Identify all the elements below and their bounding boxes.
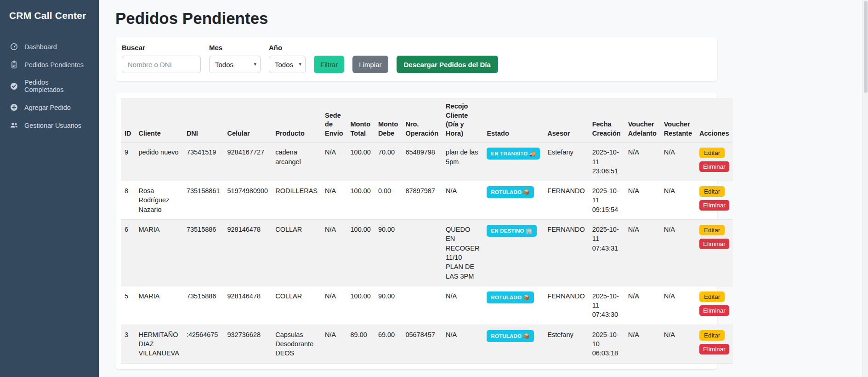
cell-sede: N/A (321, 286, 346, 325)
cell-acciones: EditarEliminar (696, 286, 733, 325)
sidebar-item-gestionar-usuarios[interactable]: Gestionar Usuarios (0, 116, 99, 134)
cell-cliente: pedido nuevo (135, 143, 183, 181)
column-header-voucher-adelanto: Voucher Adelanto (624, 98, 660, 143)
check-circle-icon (10, 82, 18, 90)
sidebar-item-label: Pedidos Completados (24, 79, 89, 93)
sidebar-item-pedidos-pendientes[interactable]: Pedidos Pendientes (0, 56, 99, 74)
cell-fecha: 2025-10-11 23:06:51 (589, 143, 624, 181)
cell-fecha: 2025-10-11 09:15:54 (589, 181, 624, 220)
sidebar-nav: Dashboard Pedidos Pendientes Pedidos Com… (0, 38, 99, 134)
cell-recojo: N/A (442, 181, 483, 220)
sidebar-item-label: Dashboard (24, 43, 57, 51)
filtrar-button[interactable]: Filtrar (314, 56, 344, 73)
cell-estado: EN TRANSITO 🚚 (483, 143, 544, 181)
cell-monto_total: 89.00 (347, 325, 374, 363)
cell-monto_total: 100.00 (347, 143, 374, 181)
cell-sede: N/A (321, 181, 346, 220)
users-icon (10, 121, 18, 129)
sidebar: CRM Call Center Dashboard Pedidos Pendie… (0, 0, 99, 377)
cell-celular: 928146478 (223, 286, 272, 325)
mes-select[interactable]: Todos (209, 56, 261, 73)
cell-voucher_restante: N/A (660, 181, 696, 220)
anio-select[interactable]: Todos (269, 56, 306, 73)
column-header-dni: DNI (183, 98, 224, 143)
delete-button[interactable]: Eliminar (699, 239, 729, 249)
scrollbar-thumb[interactable] (864, 1, 868, 93)
cell-dni: 73515886 (183, 286, 224, 325)
sidebar-item-dashboard[interactable]: Dashboard (0, 38, 99, 56)
delete-button[interactable]: Eliminar (699, 344, 729, 354)
cell-estado: ROTULADO 📦 (483, 325, 544, 363)
cell-estado: ROTULADO 📦 (483, 286, 544, 325)
edit-button[interactable]: Editar (699, 186, 725, 197)
cell-acciones: EditarEliminar (696, 181, 733, 220)
table-header: IDClienteDNICelularProductoSede de Envío… (121, 98, 733, 143)
cell-monto_debe: 69.00 (374, 325, 402, 363)
cell-celular: 928146478 (223, 220, 272, 286)
delete-button[interactable]: Eliminar (699, 200, 729, 211)
column-header-estado: Estado (483, 98, 544, 143)
column-header-asesor: Asesor (544, 98, 588, 143)
cell-acciones: EditarEliminar (696, 325, 733, 363)
column-header-cliente: Cliente (135, 98, 183, 143)
main-content: Pedidos Pendientes Buscar Mes Todos ▾ Añ… (99, 0, 868, 377)
delete-button[interactable]: Eliminar (699, 161, 729, 172)
status-badge: EN DESTINO 🏢 (487, 225, 536, 237)
cell-nro_operacion (402, 220, 442, 286)
cell-nro_operacion (402, 286, 442, 325)
cell-voucher_restante: N/A (660, 325, 696, 363)
vertical-scrollbar[interactable] (862, 0, 868, 377)
column-header-producto: Producto (272, 98, 321, 143)
cell-voucher_adelanto: N/A (624, 286, 660, 325)
limpiar-button[interactable]: Limpiar (352, 56, 388, 73)
column-header-celular: Celular (223, 98, 272, 143)
cell-monto_total: 100.00 (347, 181, 374, 220)
cell-sede: N/A (321, 325, 346, 363)
cell-asesor: Estefany (544, 143, 588, 181)
status-badge: ROTULADO 📦 (487, 330, 534, 342)
cell-asesor: FERNANDO (544, 181, 588, 220)
cell-voucher_adelanto: N/A (624, 325, 660, 363)
cell-monto_debe: 90.00 (374, 220, 402, 286)
cell-cliente: HERMITAÑO DIAZ VILLANUEVA (135, 325, 183, 363)
cell-asesor: FERNANDO (544, 220, 588, 286)
table-row: 9pedido nuevo735415199284167727cadena ar… (121, 143, 733, 181)
clipboard-icon (10, 61, 18, 69)
delete-button[interactable]: Eliminar (699, 305, 729, 316)
cell-asesor: Estefany (544, 325, 588, 363)
column-header-voucher-restante: Voucher Restante (660, 98, 696, 143)
status-badge: ROTULADO 📦 (487, 186, 534, 198)
sidebar-item-agregar-pedido[interactable]: Agregar Pedido (0, 98, 99, 116)
cell-recojo: QUEDO EN RECOGER 11/10 PLAN DE LAS 3PM (442, 220, 483, 286)
cell-sede: N/A (321, 143, 346, 181)
cell-monto_total: 100.00 (347, 286, 374, 325)
cell-acciones: EditarEliminar (696, 143, 733, 181)
column-header-monto-debe: Monto Debe (374, 98, 402, 143)
cell-voucher_adelanto: N/A (624, 220, 660, 286)
descargar-pedidos-button[interactable]: Descargar Pedidos del Día (397, 56, 498, 73)
status-badge: EN TRANSITO 🚚 (487, 148, 540, 160)
cell-producto: COLLAR (272, 220, 321, 286)
cell-dni: :42564675 (183, 325, 224, 363)
status-badge: ROTULADO 📦 (487, 291, 534, 303)
cell-monto_debe: 70.00 (374, 143, 402, 181)
search-input[interactable] (122, 56, 201, 73)
edit-button[interactable]: Editar (699, 225, 725, 235)
cell-asesor: FERNANDO (544, 286, 588, 325)
edit-button[interactable]: Editar (699, 148, 725, 158)
column-header-id: ID (121, 98, 135, 143)
cell-monto_total: 100.00 (347, 220, 374, 286)
cell-voucher_adelanto: N/A (624, 181, 660, 220)
cell-nro_operacion: 65489798 (402, 143, 442, 181)
edit-button[interactable]: Editar (699, 291, 725, 302)
cell-fecha: 2025-10-11 07:43:30 (589, 286, 624, 325)
column-header-acciones: Acciones (696, 98, 733, 143)
orders-table-card: IDClienteDNICelularProductoSede de Envío… (115, 92, 717, 369)
cell-estado: ROTULADO 📦 (483, 181, 544, 220)
cell-dni: 73541519 (183, 143, 224, 181)
sidebar-item-label: Agregar Pedido (24, 104, 71, 111)
sidebar-item-pedidos-completados[interactable]: Pedidos Completados (0, 74, 99, 98)
cell-producto: COLLAR (272, 286, 321, 325)
cell-nro_operacion: 05678457 (402, 325, 442, 363)
edit-button[interactable]: Editar (699, 330, 725, 341)
